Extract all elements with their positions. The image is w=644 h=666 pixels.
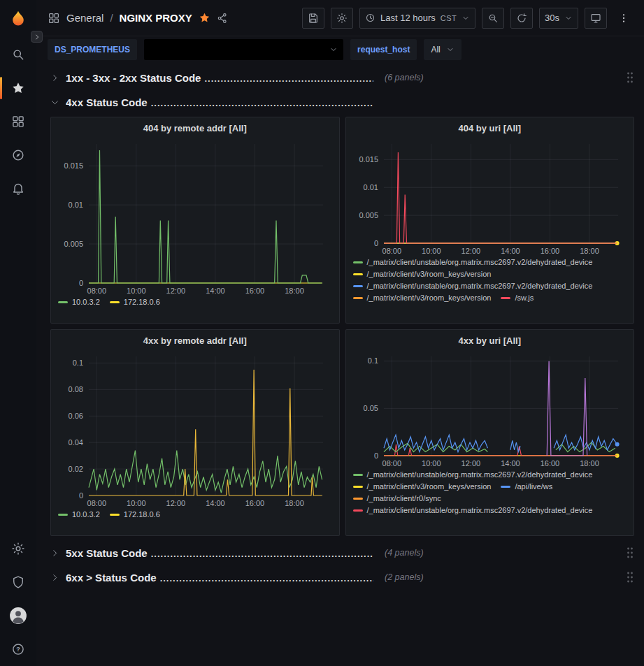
- svg-text:18:00: 18:00: [285, 499, 304, 507]
- panel-4xx-by-uri: 4xx by uri [All] 00.050.108:0010:0012:00…: [345, 329, 635, 536]
- svg-text:16:00: 16:00: [540, 247, 559, 255]
- favorite-star-icon[interactable]: [199, 12, 210, 24]
- plot-area[interactable]: 00.020.040.060.080.108:0010:0012:0014:00…: [57, 351, 333, 508]
- row-title-wrap: 1xx - 3xx - 2xx Status Code ............…: [66, 72, 373, 84]
- timezone-label: CST: [441, 14, 457, 22]
- sidebar-item-starred[interactable]: [0, 71, 36, 105]
- svg-text:14:00: 14:00: [206, 287, 225, 295]
- legend-series-color: [353, 498, 363, 500]
- dashboard-title[interactable]: NGINX PROXY: [120, 12, 192, 24]
- legend: /_matrix/client/unstable/org.matrix.msc2…: [352, 470, 629, 530]
- row-drag-handle[interactable]: [626, 571, 634, 584]
- refresh-interval-dropdown[interactable]: 30s: [539, 8, 578, 29]
- svg-text:0: 0: [79, 279, 83, 287]
- datasource-variable-label[interactable]: DS_PROMETHEUS: [48, 39, 137, 60]
- legend-item[interactable]: /api/live/ws: [501, 482, 552, 491]
- svg-text:0.01: 0.01: [69, 201, 83, 209]
- legend-item[interactable]: /_matrix/client/unstable/org.matrix.msc2…: [353, 258, 593, 266]
- panel-title[interactable]: 404 by remote addr [All]: [57, 117, 334, 138]
- legend-item[interactable]: /_matrix/client/unstable/org.matrix.msc2…: [353, 470, 593, 479]
- svg-text:0: 0: [373, 239, 378, 247]
- grafana-app: ? General / NGINX PROXY: [0, 0, 644, 666]
- legend-series-label: /_matrix/client/r0/sync: [367, 494, 441, 502]
- row-header-1xx-3xx-2xx[interactable]: 1xx - 3xx - 2xx Status Code ............…: [50, 68, 634, 87]
- row-drag-handle[interactable]: [626, 546, 634, 559]
- legend-item[interactable]: 10.0.3.2: [58, 510, 100, 519]
- legend-series-label: 172.18.0.6: [124, 298, 160, 306]
- row-title-leader-dots: ........................................…: [160, 573, 373, 584]
- cycle-view-button[interactable]: [585, 8, 607, 29]
- dashboards-grid-icon: [11, 115, 25, 129]
- main-area: General / NGINX PROXY: [36, 0, 644, 666]
- sidebar-item-profile[interactable]: [0, 599, 36, 632]
- row-header-5xx[interactable]: 5xx Status Code ........................…: [50, 543, 634, 563]
- legend-item[interactable]: 172.18.0.6: [110, 298, 160, 306]
- dashboard-canvas: 1xx - 3xx - 2xx Status Code ............…: [36, 62, 644, 666]
- legend-series-label: /_matrix/client/v3/room_keys/version: [367, 482, 492, 491]
- legend-item[interactable]: /_matrix/client/v3/room_keys/version: [353, 294, 492, 302]
- refresh-icon: [516, 13, 527, 24]
- legend-item[interactable]: /sw.js: [501, 294, 534, 302]
- plot-area[interactable]: 00.0050.010.01508:0010:0012:0014:0016:00…: [352, 138, 628, 256]
- legend-item[interactable]: /_matrix/client/v3/room_keys/version: [353, 270, 492, 278]
- legend-series-label: /_matrix/client/v3/room_keys/version: [367, 294, 492, 302]
- svg-text:0.015: 0.015: [64, 161, 83, 170]
- sidebar-item-server-admin[interactable]: [0, 565, 36, 599]
- panel-title[interactable]: 404 by uri [All]: [352, 117, 629, 138]
- legend-series-color: [501, 297, 510, 299]
- zoom-out-time-button[interactable]: [482, 8, 504, 29]
- time-range-picker[interactable]: Last 12 hours CST: [359, 8, 475, 29]
- sidebar-item-configuration[interactable]: [0, 532, 36, 565]
- row-title: 4xx Status Code: [66, 96, 148, 108]
- svg-text:12:00: 12:00: [166, 287, 186, 295]
- svg-text:0.08: 0.08: [69, 385, 83, 393]
- breadcrumb-section[interactable]: General: [66, 12, 103, 24]
- legend-item[interactable]: 10.0.3.2: [58, 298, 100, 306]
- legend-item[interactable]: /_matrix/client/unstable/org.matrix.msc2…: [353, 282, 593, 290]
- row-title-leader-dots: ........................................…: [204, 73, 373, 84]
- dashboard-header: General / NGINX PROXY: [36, 0, 644, 36]
- drag-handle-icon: [626, 546, 634, 559]
- legend-series-label: /_matrix/client/unstable/org.matrix.msc2…: [367, 470, 593, 479]
- svg-text:18:00: 18:00: [580, 247, 599, 255]
- datasource-variable-value-dropdown[interactable]: [144, 39, 343, 60]
- legend-item[interactable]: /_matrix/client/v3/room_keys/version: [353, 482, 492, 491]
- zoom-out-icon: [487, 13, 499, 24]
- legend-series-color: [353, 273, 363, 275]
- plot-area[interactable]: 00.050.108:0010:0012:0014:0016:0018:00: [352, 351, 628, 468]
- share-icon[interactable]: [217, 13, 228, 24]
- plot-area[interactable]: 00.0050.010.01508:0010:0012:0014:0016:00…: [57, 138, 333, 296]
- timeseries-chart: 00.0050.010.01508:0010:0012:0014:0016:00…: [352, 138, 629, 317]
- panel-title[interactable]: 4xx by uri [All]: [352, 330, 629, 351]
- svg-text:14:00: 14:00: [501, 459, 520, 468]
- expand-sidebar-button[interactable]: [31, 31, 43, 43]
- legend-series-color: [353, 285, 363, 287]
- legend-series-color: [353, 486, 363, 488]
- apps-grid-icon[interactable]: [48, 12, 60, 24]
- help-icon: ?: [11, 642, 25, 656]
- row-header-6xx[interactable]: 6xx > Status Code ......................…: [50, 567, 634, 587]
- legend-series-label: 10.0.3.2: [72, 510, 100, 519]
- request-host-variable-value-dropdown[interactable]: All: [424, 39, 461, 60]
- legend-item[interactable]: /_matrix/client/unstable/org.matrix.msc2…: [353, 506, 593, 514]
- request-host-variable-label[interactable]: request_host: [350, 39, 417, 60]
- dashboard-settings-button[interactable]: [331, 8, 353, 29]
- panel-title[interactable]: 4xx by remote addr [All]: [57, 330, 334, 351]
- refresh-button[interactable]: [510, 8, 533, 29]
- sidebar-item-alerting[interactable]: [0, 172, 36, 205]
- kebab-menu-button[interactable]: [613, 8, 634, 29]
- svg-text:14:00: 14:00: [501, 247, 520, 255]
- row-drag-handle[interactable]: [626, 71, 634, 84]
- sidebar-item-search[interactable]: [0, 38, 36, 71]
- legend-item[interactable]: /_matrix/client/r0/sync: [353, 494, 441, 502]
- row-header-4xx[interactable]: 4xx Status Code ........................…: [50, 92, 634, 112]
- panel-404-by-remote-addr: 404 by remote addr [All] 00.0050.010.015…: [50, 117, 340, 324]
- svg-text:0.06: 0.06: [69, 412, 83, 420]
- svg-text:10:00: 10:00: [127, 287, 146, 295]
- sidebar-item-help[interactable]: ?: [0, 632, 36, 666]
- sidebar-item-dashboards[interactable]: [0, 105, 36, 138]
- sidebar-item-explore[interactable]: [0, 138, 36, 172]
- svg-text:?: ?: [16, 646, 20, 653]
- legend-item[interactable]: 172.18.0.6: [110, 510, 160, 519]
- save-dashboard-button[interactable]: [302, 8, 324, 29]
